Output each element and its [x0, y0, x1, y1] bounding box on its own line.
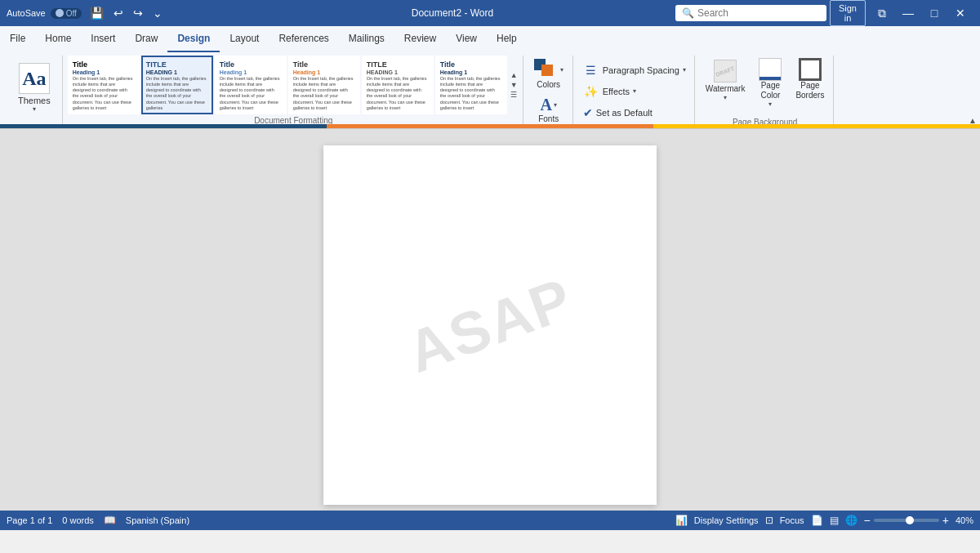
watermark-arrow: ▾ — [724, 94, 727, 101]
page-info: Page 1 of 1 — [7, 515, 52, 525]
zoom-in-button[interactable]: + — [942, 514, 949, 527]
book-icon[interactable]: 📖 — [104, 515, 116, 526]
gallery-inner: Title Heading 1 On the Insert tab, the g… — [68, 56, 519, 127]
maximize-button[interactable]: □ — [921, 0, 947, 26]
gallery-more[interactable]: ☰ — [509, 90, 519, 100]
tab-references[interactable]: References — [269, 26, 338, 52]
fonts-icon: A — [540, 96, 551, 114]
window-controls: ⧉ — □ ✕ — [869, 0, 973, 26]
word-count: 0 words — [62, 515, 94, 525]
page-borders-button[interactable]: PageBorders — [791, 56, 828, 110]
watermark-text: DRAFT — [715, 65, 736, 78]
toggle-dot — [56, 9, 64, 17]
search-bar[interactable]: 🔍 — [675, 5, 826, 21]
style-title-1: TITLE — [146, 60, 208, 69]
close-button[interactable]: ✕ — [947, 0, 973, 26]
gallery-scroll-down[interactable]: ▼ — [509, 80, 519, 90]
restore-button[interactable]: ⧉ — [869, 0, 895, 26]
effects-button[interactable]: ✨ Effects ▾ — [580, 83, 689, 100]
tab-mailings[interactable]: Mailings — [339, 26, 394, 52]
print-layout-icon[interactable]: ▤ — [830, 515, 839, 526]
page-color-arrow: ▾ — [768, 100, 772, 108]
themes-button[interactable]: Aa Themes ▾ — [13, 60, 56, 116]
zoom-control: − + — [864, 514, 949, 527]
tab-layout[interactable]: Layout — [220, 26, 269, 52]
read-mode-icon[interactable]: 📄 — [811, 515, 823, 526]
style-title-5: TITLE — [367, 60, 429, 69]
focus-label[interactable]: Focus — [780, 515, 804, 525]
page-bg-group: DRAFT Watermark ▾ PageColor ▾ PageBo — [697, 56, 835, 127]
paragraph-spacing-button[interactable]: ☰ Paragraph Spacing ▾ — [580, 61, 689, 79]
page-color-button[interactable]: PageColor ▾ — [752, 56, 788, 110]
page-bg-buttons: DRAFT Watermark ▾ PageColor ▾ PageBo — [702, 56, 829, 114]
display-settings[interactable]: Display Settings — [694, 515, 759, 525]
focus-icon[interactable]: ⊡ — [765, 515, 773, 526]
page-borders-label: PageBorders — [795, 81, 824, 100]
style-thumb-4[interactable]: Title Heading 1 On the Insert tab, the g… — [288, 56, 360, 114]
themes-icon: Aa — [19, 63, 50, 94]
title-bar-right: 🔍 Sign in ⧉ — □ ✕ — [675, 0, 973, 26]
customize-qa-button[interactable]: ⌄ — [149, 5, 166, 21]
page-borders-icon — [799, 58, 822, 81]
undo-button[interactable]: ↩ — [110, 5, 127, 21]
status-bar: Page 1 of 1 0 words 📖 Spanish (Spain) 📊 … — [0, 511, 980, 530]
effects-arrow: ▾ — [633, 87, 636, 95]
display-settings-icon[interactable]: 📊 — [675, 515, 688, 526]
autosave-toggle[interactable]: Off — [51, 8, 82, 19]
tab-help[interactable]: Help — [487, 26, 527, 52]
tab-insert[interactable]: Insert — [81, 26, 125, 52]
themes-group-content: Aa Themes ▾ — [13, 56, 56, 123]
search-input[interactable] — [697, 7, 820, 19]
minimize-button[interactable]: — — [895, 0, 921, 26]
zoom-slider-thumb — [906, 516, 914, 524]
style-body-5: On the Insert tab, the galleries include… — [367, 76, 429, 111]
style-thumb-active[interactable]: TITLE Heading 1 On the Insert tab, the g… — [141, 56, 213, 114]
web-view-icon[interactable]: 🌐 — [845, 515, 858, 526]
zoom-slider[interactable] — [874, 519, 939, 522]
page-color-icon — [759, 58, 782, 81]
zoom-level: 40% — [956, 515, 973, 525]
themes-label: Themes — [18, 96, 51, 105]
paragraph-spacing-arrow: ▾ — [683, 66, 686, 74]
set-default-button[interactable]: ✔ Set as Default — [580, 104, 689, 122]
style-gallery-group: Title Heading 1 On the Insert tab, the g… — [65, 56, 523, 127]
style-title-default: Title — [73, 60, 135, 69]
watermark-button[interactable]: DRAFT Watermark ▾ — [702, 56, 750, 110]
status-right: 📊 Display Settings ⊡ Focus 📄 ▤ 🌐 − + 40% — [675, 514, 973, 527]
tab-view[interactable]: View — [446, 26, 487, 52]
title-bar: AutoSave Off 💾 ↩ ↪ ⌄ Document2 - Word 🔍 … — [0, 0, 980, 26]
style-body-4: On the Insert tab, the galleries include… — [293, 76, 355, 111]
tab-home[interactable]: Home — [35, 26, 81, 52]
check-icon: ✔ — [583, 106, 593, 119]
document-area: ASAP — [0, 129, 980, 511]
style-thumb-6[interactable]: Title Heading 1 On the Insert tab, the g… — [435, 56, 507, 114]
language[interactable]: Spanish (Spain) — [126, 515, 189, 525]
set-default-label: Set as Default — [596, 108, 653, 118]
style-thumb-default[interactable]: Title Heading 1 On the Insert tab, the g… — [68, 56, 140, 114]
save-button[interactable]: 💾 — [87, 5, 107, 21]
autosave-state: Off — [66, 9, 77, 18]
style-body-6: On the Insert tab, the galleries include… — [440, 76, 502, 111]
gallery-scroll-up[interactable]: ▲ — [509, 70, 519, 80]
style-heading-4: Heading 1 — [293, 69, 355, 75]
sign-in-button[interactable]: Sign in — [830, 0, 866, 26]
style-thumb-5[interactable]: TITLE HEADING 1 On the Insert tab, the g… — [362, 56, 434, 114]
tab-file[interactable]: File — [0, 26, 35, 52]
effects-label: Effects — [603, 87, 630, 96]
tab-design[interactable]: Design — [167, 26, 220, 52]
window-title: Document2 - Word — [229, 7, 675, 19]
zoom-out-button[interactable]: − — [864, 514, 871, 527]
watermark-preview: DRAFT — [714, 60, 737, 83]
style-heading-6: Heading 1 — [440, 69, 502, 75]
tab-draw[interactable]: Draw — [125, 26, 167, 52]
style-body-default: On the Insert tab, the galleries include… — [73, 76, 135, 111]
colors-button[interactable]: ▾ Colors — [530, 56, 568, 91]
status-left: Page 1 of 1 0 words 📖 Spanish (Spain) — [7, 515, 666, 526]
tab-review[interactable]: Review — [394, 26, 446, 52]
collapse-ribbon-button[interactable]: ▲ — [969, 116, 977, 125]
redo-button[interactable]: ↪ — [130, 5, 146, 21]
style-thumb-3[interactable]: Title Heading 1 On the Insert tab, the g… — [215, 56, 287, 114]
paragraph-spacing-icon: ☰ — [583, 64, 599, 77]
paragraph-spacing-label: Paragraph Spacing — [603, 65, 679, 75]
fonts-button[interactable]: A ▾ Fonts — [530, 93, 568, 126]
